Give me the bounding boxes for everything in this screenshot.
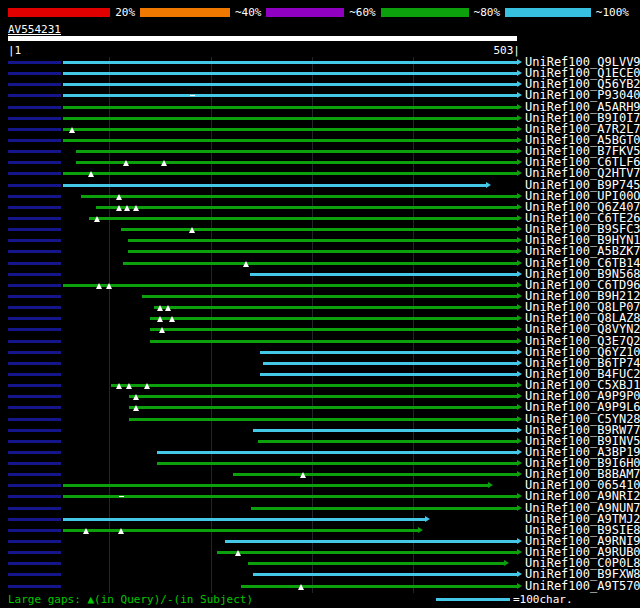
alignment-bar[interactable]	[260, 351, 517, 354]
low-score-segment	[8, 61, 61, 64]
low-score-segment	[8, 429, 61, 432]
query-gap-icon	[124, 205, 130, 211]
large-gaps-legend: Large gaps: ▲(in Query)/-(in Subject)	[8, 593, 253, 606]
query-gap-icon	[300, 472, 306, 478]
alignment-bar[interactable]	[253, 573, 517, 576]
alignment-arrowhead-icon	[517, 215, 522, 221]
alignment-bar[interactable]	[123, 262, 517, 265]
alignment-bar[interactable]	[150, 317, 517, 320]
query-gap-icon	[157, 316, 163, 322]
alignment-arrowhead-icon	[517, 505, 522, 511]
alignment-bar[interactable]	[253, 429, 517, 432]
alignment-bar[interactable]	[63, 106, 517, 109]
scale-segment-5	[505, 8, 591, 17]
alignment-bar[interactable]	[121, 228, 517, 231]
alignment-bar[interactable]	[89, 217, 517, 220]
alignment-arrowhead-icon	[517, 427, 522, 433]
query-gap-icon	[133, 394, 139, 400]
alignment-bar[interactable]	[157, 451, 517, 454]
alignment-arrowhead-icon	[517, 493, 522, 499]
low-score-segment	[8, 106, 61, 109]
query-gap-icon	[116, 383, 122, 389]
alignment-bar[interactable]	[241, 585, 517, 588]
low-score-segment	[8, 507, 61, 510]
alignment-bar[interactable]	[251, 507, 517, 510]
query-gap-icon	[169, 316, 175, 322]
alignment-bar[interactable]	[63, 94, 517, 97]
query-gap-icon	[94, 216, 100, 222]
alignment-bar[interactable]	[129, 395, 517, 398]
hit-plot	[8, 102, 517, 113]
hit-plot	[8, 425, 517, 436]
alignment-bar[interactable]	[128, 239, 517, 242]
alignment-bar[interactable]	[63, 484, 488, 487]
hit-label[interactable]: UniRef100_A9T570	[525, 581, 640, 592]
alignment-bar[interactable]	[128, 250, 517, 253]
alignment-bar[interactable]	[63, 518, 425, 521]
alignment-bar[interactable]	[150, 328, 517, 331]
alignment-bar[interactable]	[63, 184, 486, 187]
alignment-bar[interactable]	[217, 551, 517, 554]
alignment-bar[interactable]	[63, 139, 517, 142]
alignment-bar[interactable]	[63, 495, 517, 498]
alignment-arrowhead-icon	[517, 471, 522, 477]
low-score-segment	[8, 484, 61, 487]
alignment-bar[interactable]	[111, 384, 517, 387]
alignment-bar[interactable]	[225, 540, 517, 543]
alignment-arrowhead-icon	[517, 538, 522, 544]
hit-plot	[8, 402, 517, 413]
low-score-segment	[8, 273, 61, 276]
alignment-bar[interactable]	[250, 273, 517, 276]
hit-plot	[8, 581, 517, 592]
alignment-arrowhead-icon	[517, 326, 522, 332]
hit-plot	[8, 547, 517, 558]
low-score-segment	[8, 239, 61, 242]
alignment-bar[interactable]	[63, 529, 418, 532]
alignment-bar[interactable]	[248, 562, 504, 565]
low-score-segment	[8, 161, 61, 164]
alignment-bar[interactable]	[76, 161, 517, 164]
alignment-bar[interactable]	[63, 117, 517, 120]
hit-plot	[8, 124, 517, 135]
alignment-bar[interactable]	[154, 306, 517, 309]
alignment-bar[interactable]	[129, 406, 517, 409]
alignment-bar[interactable]	[260, 373, 517, 376]
alignment-bar[interactable]	[96, 206, 517, 209]
hit-plot	[8, 113, 517, 124]
scale-segment-label: ~40%	[230, 7, 267, 18]
low-score-segment	[8, 362, 61, 365]
alignment-bar[interactable]	[63, 128, 517, 131]
hit-plot	[8, 280, 517, 291]
alignment-bar[interactable]	[142, 295, 517, 298]
query-gap-icon	[96, 283, 102, 289]
low-score-segment	[8, 228, 61, 231]
alignment-bar[interactable]	[258, 440, 517, 443]
low-score-segment	[8, 585, 61, 588]
alignment-bar[interactable]	[263, 362, 517, 365]
alignment-bar[interactable]	[63, 284, 517, 287]
low-score-segment	[8, 518, 61, 521]
scale-segment-4	[381, 8, 469, 17]
alignment-arrowhead-icon	[517, 137, 522, 143]
query-gap-icon	[161, 160, 167, 166]
low-score-segment	[8, 195, 61, 198]
hit-plot	[8, 480, 517, 491]
alignment-bar[interactable]	[63, 172, 517, 175]
alignment-bar[interactable]	[233, 473, 517, 476]
alignment-bar[interactable]	[157, 462, 517, 465]
hit-plot	[8, 369, 517, 380]
query-gap-icon	[83, 528, 89, 534]
alignment-bar[interactable]	[76, 150, 517, 153]
alignment-bar[interactable]	[63, 61, 517, 64]
query-gap-icon	[165, 305, 171, 311]
alignment-bar[interactable]	[63, 72, 517, 75]
alignment-bar[interactable]	[63, 83, 517, 86]
alignment-bar[interactable]	[129, 418, 517, 421]
low-score-segment	[8, 172, 61, 175]
alignment-bar[interactable]	[150, 340, 517, 343]
query-gap-icon	[88, 171, 94, 177]
scale-segment-label: 20%	[110, 7, 140, 18]
low-score-segment	[8, 406, 61, 409]
hit-row: UniRef100_A9T570	[8, 581, 640, 592]
alignment-bar[interactable]	[81, 195, 517, 198]
